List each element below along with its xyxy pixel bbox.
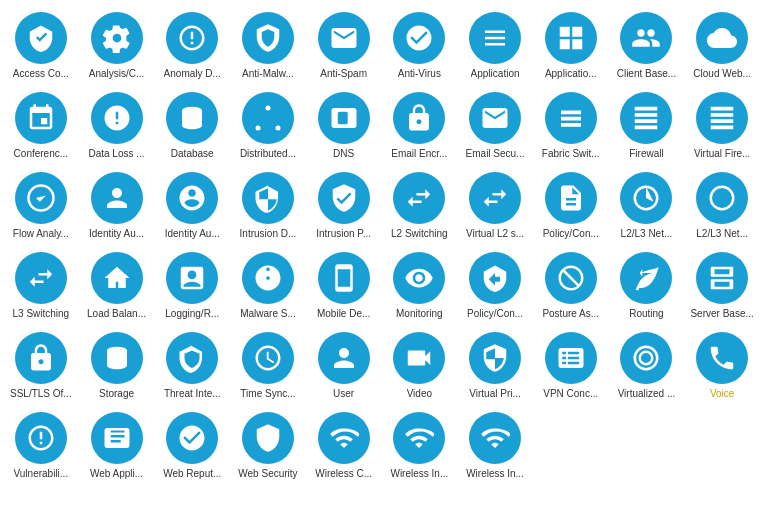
list-item[interactable]: Storage — [80, 328, 154, 404]
list-item[interactable]: Flow Analy... — [4, 168, 78, 244]
list-item[interactable]: L2/L3 Net... — [685, 168, 759, 244]
item-label: Applicatio... — [545, 68, 597, 80]
item-label: Virtual Pri... — [469, 388, 521, 400]
list-item[interactable]: Conferenc... — [4, 88, 78, 164]
timesync-icon — [242, 332, 294, 384]
list-item[interactable]: Access Co... — [4, 8, 78, 84]
list-item[interactable]: Virtual Fire... — [685, 88, 759, 164]
list-item[interactable]: Wireless C... — [307, 408, 381, 484]
policycon2-icon — [469, 252, 521, 304]
item-label: Time Sync... — [240, 388, 295, 400]
list-item[interactable]: Firewall — [610, 88, 684, 164]
loadbalance-icon — [91, 252, 143, 304]
list-item — [610, 408, 684, 484]
list-item[interactable]: SSL/TLS Of... — [4, 328, 78, 404]
identityauth1-icon — [91, 172, 143, 224]
list-item[interactable]: Anomaly D... — [155, 8, 229, 84]
fabricswitch-icon — [545, 92, 597, 144]
list-item[interactable]: Email Encr... — [382, 88, 456, 164]
list-item[interactable]: Identity Au... — [80, 168, 154, 244]
item-label: Anti-Malw... — [242, 68, 294, 80]
list-item[interactable]: Threat Inte... — [155, 328, 229, 404]
list-item[interactable]: Email Secu... — [458, 88, 532, 164]
item-label: Vulnerabili... — [14, 468, 69, 480]
list-item[interactable]: Load Balan... — [80, 248, 154, 324]
serverbase-icon — [696, 252, 748, 304]
list-item[interactable]: VPN Conc... — [534, 328, 608, 404]
item-label: Routing — [629, 308, 663, 320]
list-item[interactable]: Voice — [685, 328, 759, 404]
virtuall2-icon — [469, 172, 521, 224]
user-icon — [318, 332, 370, 384]
list-item[interactable]: Routing — [610, 248, 684, 324]
svg-point-2 — [255, 126, 260, 131]
logging-icon — [166, 252, 218, 304]
svg-point-8 — [635, 347, 658, 370]
list-item[interactable]: Cloud Web... — [685, 8, 759, 84]
list-item[interactable]: Mobile De... — [307, 248, 381, 324]
clientbase-icon — [620, 12, 672, 64]
list-item[interactable]: Applicatio... — [534, 8, 608, 84]
item-label: Web Security — [238, 468, 297, 480]
list-item[interactable]: Monitoring — [382, 248, 456, 324]
list-item[interactable]: DNS — [307, 88, 381, 164]
list-item[interactable]: Time Sync... — [231, 328, 305, 404]
item-label: L2/L3 Net... — [696, 228, 748, 240]
list-item[interactable]: Policy/Con... — [534, 168, 608, 244]
mobile-icon — [318, 252, 370, 304]
list-item[interactable]: Virtual L2 s... — [458, 168, 532, 244]
wirelessin2-icon — [469, 412, 521, 464]
list-item[interactable]: L2/L3 Net... — [610, 168, 684, 244]
list-item[interactable]: Analysis/C... — [80, 8, 154, 84]
l2l3net2-icon — [696, 172, 748, 224]
list-item[interactable]: Client Base... — [610, 8, 684, 84]
list-item[interactable]: Anti-Virus — [382, 8, 456, 84]
list-item[interactable]: Virtual Pri... — [458, 328, 532, 404]
item-label: Analysis/C... — [89, 68, 145, 80]
list-item[interactable]: Wireless In... — [458, 408, 532, 484]
list-item[interactable]: Database — [155, 88, 229, 164]
l3switching-icon — [15, 252, 67, 304]
list-item[interactable]: Anti-Malw... — [231, 8, 305, 84]
list-item[interactable]: Application — [458, 8, 532, 84]
list-item[interactable]: Video — [382, 328, 456, 404]
list-item[interactable]: Intrusion D... — [231, 168, 305, 244]
item-label: Distributed... — [240, 148, 296, 160]
application2-icon — [545, 12, 597, 64]
list-item[interactable]: Web Reput... — [155, 408, 229, 484]
firewall-icon — [620, 92, 672, 144]
list-item[interactable]: Identity Au... — [155, 168, 229, 244]
item-label: Data Loss ... — [88, 148, 144, 160]
dns-icon — [318, 92, 370, 144]
list-item[interactable]: Malware S... — [231, 248, 305, 324]
wirelessc-icon — [318, 412, 370, 464]
item-label: L2/L3 Net... — [621, 228, 673, 240]
list-item[interactable]: Virtualized ... — [610, 328, 684, 404]
list-item[interactable]: Fabric Swit... — [534, 88, 608, 164]
item-label: SSL/TLS Of... — [10, 388, 72, 400]
item-label: Malware S... — [240, 308, 296, 320]
list-item[interactable]: L2 Switching — [382, 168, 456, 244]
item-label: Policy/Con... — [543, 228, 599, 240]
list-item[interactable]: Vulnerabili... — [4, 408, 78, 484]
vpn-icon — [469, 332, 521, 384]
list-item[interactable]: Distributed... — [231, 88, 305, 164]
list-item[interactable]: Server Base... — [685, 248, 759, 324]
list-item[interactable]: Web Appli... — [80, 408, 154, 484]
list-item[interactable]: User — [307, 328, 381, 404]
l2switching-icon — [393, 172, 445, 224]
list-item[interactable]: Logging/R... — [155, 248, 229, 324]
list-item[interactable]: L3 Switching — [4, 248, 78, 324]
item-label: L3 Switching — [12, 308, 69, 320]
item-label: Cloud Web... — [693, 68, 751, 80]
list-item[interactable]: Data Loss ... — [80, 88, 154, 164]
shield-check-icon — [15, 12, 67, 64]
list-item[interactable]: Policy/Con... — [458, 248, 532, 324]
list-item[interactable]: Web Security — [231, 408, 305, 484]
list-item[interactable]: Wireless In... — [382, 408, 456, 484]
list-item[interactable]: Intrusion P... — [307, 168, 381, 244]
video-icon — [393, 332, 445, 384]
list-item[interactable]: Posture As... — [534, 248, 608, 324]
item-label: Conferenc... — [14, 148, 68, 160]
list-item[interactable]: Anti-Spam — [307, 8, 381, 84]
